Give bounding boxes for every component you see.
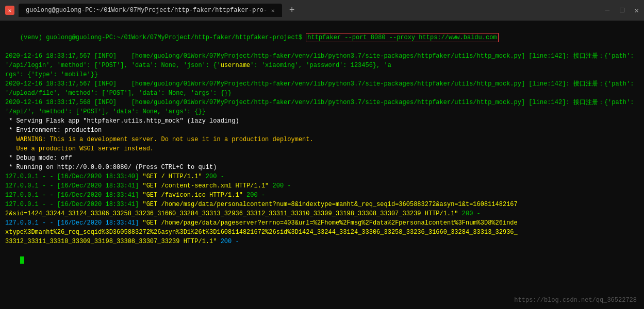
watermark: https://blog.csdn.net/qq_36522728 xyxy=(514,297,637,304)
term-line-url: 127.0.0.1 - - [16/Dec/2020 18:33:41] "GE… xyxy=(5,218,639,246)
term-line-warning-2: Use a production WSGI server instead. xyxy=(5,144,639,153)
new-tab-button[interactable]: + xyxy=(286,5,298,15)
tab-label: guolong@guolong-PC:~/01Work/07MyProject/… xyxy=(26,7,267,14)
term-line-warning-1: WARNING: This is a development server. D… xyxy=(5,135,639,144)
term-line-access-3: 127.0.0.1 - - [16/Dec/2020 18:33:41] "GE… xyxy=(5,191,639,200)
term-line-flask-3: * Debug mode: off xyxy=(5,153,639,163)
titlebar: ✕ guolong@guolong-PC:~/01Work/07MyProjec… xyxy=(0,0,644,21)
window-actions: ─ □ ✕ xyxy=(605,6,639,15)
minimize-button[interactable]: ─ xyxy=(605,6,609,15)
prompt-text: (venv) guolong@guolong-PC:~/01Work/07MyP… xyxy=(20,34,306,41)
term-line-1: (venv) guolong@guolong-PC:~/01Work/07MyP… xyxy=(5,24,639,52)
command-highlight: httpfaker --port 8080 --proxy https://ww… xyxy=(306,33,498,42)
close-button[interactable]: ✕ xyxy=(5,6,14,15)
term-line-flask-2: * Environment: production xyxy=(5,126,639,135)
term-line-4: 2020-12-16 18:33:17,568 [INFO] [home/guo… xyxy=(5,98,639,116)
cursor-line xyxy=(5,246,639,274)
term-line-access-1: 127.0.0.1 - - [16/Dec/2020 18:33:40] "GE… xyxy=(5,172,639,181)
active-tab[interactable]: guolong@guolong-PC:~/01Work/07MyProject/… xyxy=(19,4,282,17)
close-icon: ✕ xyxy=(8,7,12,14)
maximize-button[interactable]: □ xyxy=(620,6,624,15)
term-line-2: 2020-12-16 18:33:17,567 [INFO] [home/guo… xyxy=(5,52,639,79)
window-controls: ✕ xyxy=(5,6,14,15)
term-line-flask-1: * Serving Flask app "httpfaker.utils.htt… xyxy=(5,116,639,126)
window-close-button[interactable]: ✕ xyxy=(635,6,639,15)
term-line-access-2: 127.0.0.1 - - [16/Dec/2020 18:33:41] "GE… xyxy=(5,181,639,191)
terminal[interactable]: (venv) guolong@guolong-PC:~/01Work/07MyP… xyxy=(0,21,644,309)
tab-close-icon[interactable]: ✕ xyxy=(271,7,275,14)
cursor xyxy=(20,256,24,264)
term-line-access-4: 127.0.0.1 - - [16/Dec/2020 18:33:41] "GE… xyxy=(5,200,639,218)
term-line-flask-4: * Running on http://0.0.0.0:8080/ (Press… xyxy=(5,163,639,172)
term-line-3: 2020-12-16 18:33:17,567 [INFO] [home/guo… xyxy=(5,79,639,98)
